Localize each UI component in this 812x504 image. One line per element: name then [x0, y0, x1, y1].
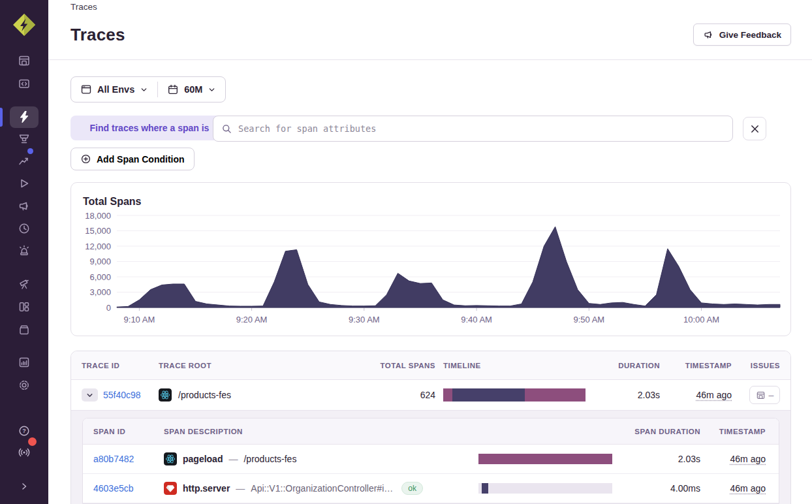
traces-table-header: TRACE ID TRACE ROOT TOTAL SPANS TIMELINE…	[71, 351, 790, 380]
separator: —	[228, 454, 238, 464]
col-span-id: SPAN ID	[93, 428, 164, 435]
add-span-condition-button[interactable]: Add Span Condition	[70, 148, 195, 170]
give-feedback-button[interactable]: Give Feedback	[693, 24, 791, 46]
svg-text:9:10 AM: 9:10 AM	[124, 315, 155, 324]
sidebar-item-explore[interactable]	[0, 106, 48, 128]
sidebar-item-whats-new[interactable]	[0, 441, 48, 464]
sentry-logo-icon[interactable]	[11, 12, 37, 38]
search-icon	[221, 123, 232, 134]
total-spans-chart[interactable]: 03,0006,0009,00012,00015,00018,0009:10 A…	[71, 206, 790, 336]
chevron-right-icon	[19, 481, 29, 492]
trace-duration: 2.03s	[597, 390, 660, 400]
calendar-icon	[167, 84, 179, 95]
clear-search-button[interactable]	[743, 117, 766, 140]
sidebar-item-help[interactable]: ?	[0, 420, 48, 442]
spans-table-header: SPAN ID SPAN DESCRIPTION SPAN DURATION T…	[83, 418, 779, 445]
trace-timestamp[interactable]: 46m ago	[696, 390, 732, 400]
svg-text:12,000: 12,000	[85, 242, 111, 251]
telescope-icon	[18, 277, 31, 291]
lightning-icon	[18, 110, 30, 123]
svg-text:3,000: 3,000	[89, 287, 111, 297]
trace-id-link[interactable]: 55f40c98	[103, 390, 141, 400]
bar-chart-icon	[18, 356, 31, 369]
react-icon	[164, 452, 177, 465]
time-range-filter[interactable]: 60M	[158, 77, 225, 102]
breadcrumb[interactable]: Traces	[70, 2, 97, 12]
trace-issues-button[interactable]: –	[749, 386, 780, 404]
col-trace-id: TRACE ID	[82, 362, 159, 370]
plus-circle-icon	[80, 153, 91, 165]
window-icon	[80, 84, 92, 95]
filter-bar: All Envs 60M	[70, 76, 226, 102]
col-total-spans: TOTAL SPANS	[370, 362, 435, 370]
col-issues: ISSUES	[732, 362, 780, 370]
environment-filter[interactable]: All Envs	[71, 77, 157, 102]
sidebar-item-stats[interactable]	[0, 351, 48, 373]
span-timestamp[interactable]: 46m ago	[730, 483, 766, 494]
sidebar-item-history[interactable]	[0, 217, 48, 240]
chevron-down-icon	[208, 86, 216, 94]
environment-filter-label: All Envs	[97, 84, 134, 95]
sidebar-collapse-toggle[interactable]	[0, 475, 48, 497]
trace-root-name[interactable]: /products-fes	[178, 390, 231, 400]
grid-layout-icon	[18, 300, 31, 313]
svg-text:15,000: 15,000	[85, 226, 111, 236]
megaphone-icon	[703, 29, 714, 40]
col-span-description: SPAN DESCRIPTION	[164, 428, 478, 435]
sidebar-item-settings[interactable]	[0, 374, 48, 396]
header-divider	[48, 59, 812, 60]
query-pill: Find traces where a span is	[70, 116, 228, 140]
play-icon	[18, 177, 31, 190]
search-bar[interactable]	[213, 116, 733, 142]
svg-text:0: 0	[106, 303, 111, 313]
span-op: http.server	[183, 483, 230, 494]
svg-text:9,000: 9,000	[89, 257, 111, 266]
span-row: a80b7482 pageload — /products-fes 2.03s …	[83, 445, 779, 474]
gear-icon	[18, 379, 31, 392]
total-spans-value: 624	[370, 390, 435, 400]
archive-box-icon	[18, 323, 31, 336]
collapse-trace-button[interactable]	[82, 388, 98, 402]
react-icon	[159, 388, 172, 402]
help-icon: ?	[18, 424, 31, 437]
svg-text:9:30 AM: 9:30 AM	[349, 315, 380, 324]
search-input[interactable]	[238, 123, 725, 134]
col-span-timestamp: TIMESTAMP	[700, 428, 766, 435]
sidebar-item-issues[interactable]	[0, 50, 48, 72]
spans-table: SPAN ID SPAN DESCRIPTION SPAN DURATION T…	[82, 418, 779, 504]
span-id-link[interactable]: 4603e5cb	[93, 483, 164, 494]
span-row: 4603e5cb http.server — Api::V1::Organiza…	[83, 474, 779, 503]
sidebar-item-inbox[interactable]	[0, 319, 48, 341]
span-timestamp[interactable]: 46m ago	[730, 454, 766, 464]
time-range-label: 60M	[184, 84, 202, 95]
sidebar-item-discover[interactable]	[0, 273, 48, 295]
sidebar-item-feedback[interactable]	[0, 195, 48, 217]
sidebar-item-projects[interactable]	[0, 72, 48, 95]
span-description: /products-fes	[243, 454, 296, 464]
issues-icon	[18, 54, 31, 67]
sidebar-item-insights[interactable]	[0, 150, 48, 172]
sidebar-item-alerts[interactable]	[0, 240, 48, 262]
sidebar: ?	[0, 0, 48, 504]
add-span-condition-label: Add Span Condition	[97, 154, 185, 165]
give-feedback-label: Give Feedback	[719, 30, 781, 40]
trace-issues-value: –	[769, 390, 774, 400]
status-badge: ok	[401, 482, 423, 495]
chevron-down-icon	[86, 391, 94, 400]
whats-new-notification-dot	[28, 437, 37, 446]
sidebar-item-dashboards[interactable]	[0, 296, 48, 318]
col-timeline: TIMELINE	[435, 362, 597, 370]
sidebar-item-funnel[interactable]	[0, 128, 48, 150]
siren-icon	[18, 244, 31, 257]
issues-icon	[756, 390, 766, 400]
megaphone-icon	[18, 200, 31, 213]
line-chart-icon	[18, 155, 31, 168]
broadcast-icon	[17, 446, 31, 459]
span-id-link[interactable]: a80b7482	[93, 454, 164, 464]
sidebar-item-replays[interactable]	[0, 172, 48, 195]
span-description: Api::V1::OrganizationController#i…	[251, 483, 393, 494]
svg-text:10:00 AM: 10:00 AM	[683, 315, 719, 324]
clock-icon	[18, 222, 31, 235]
separator: —	[236, 483, 245, 494]
svg-text:9:40 AM: 9:40 AM	[461, 315, 492, 324]
